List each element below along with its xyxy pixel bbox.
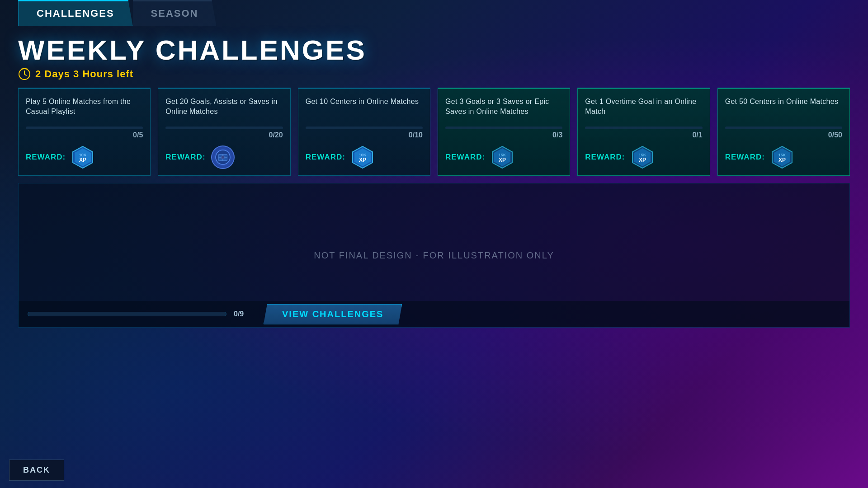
svg-text:XP: XP [359, 157, 366, 163]
progress-text-5: 0/1 [585, 131, 702, 139]
back-button[interactable]: BACK [9, 460, 64, 481]
challenge-desc-1: Play 5 Online Matches from the Casual Pl… [26, 97, 143, 127]
progress-text-2: 0/20 [165, 131, 283, 139]
reward-section-4: REWARD: 15K XP [445, 145, 562, 169]
nav-tabs: CHALLENGES SEASON [18, 0, 216, 26]
xp-hex-icon-6: 15K XP [770, 145, 794, 169]
progress-bar-bg-3 [306, 127, 423, 129]
svg-text:XP: XP [639, 157, 646, 163]
progress-text-1: 0/5 [26, 131, 143, 139]
progress-text-4: 0/3 [445, 131, 562, 139]
xp-hex-icon-3: 10K XP [351, 145, 374, 169]
svg-text:XP: XP [499, 157, 506, 163]
reward-section-1: REWARD: 10K XP [26, 145, 143, 169]
challenge-card-1: Play 5 Online Matches from the Casual Pl… [18, 88, 151, 176]
xp-badge-4: 15K XP [491, 145, 514, 169]
bottom-bar: 0/9 VIEW CHALLENGES [19, 301, 849, 327]
xp-badge-3: 10K XP [351, 145, 374, 169]
xp-badge-6: 15K XP [770, 145, 794, 169]
xp-hex-icon-4: 15K XP [491, 145, 514, 169]
xp-hex-icon-5: 15K XP [631, 145, 654, 169]
placeholder-text: NOT FINAL DESIGN - FOR ILLUSTRATION ONLY [314, 250, 554, 261]
crate-icon [211, 145, 235, 169]
challenge-card-5: Get 1 Overtime Goal in an Online Match 0… [577, 88, 710, 176]
progress-bar-bg-6 [725, 127, 842, 129]
progress-section-3: 0/10 [306, 127, 423, 139]
progress-section-4: 0/3 [445, 127, 562, 139]
challenge-desc-6: Get 50 Centers in Online Matches [725, 97, 842, 127]
challenge-desc-2: Get 20 Goals, Assists or Saves in Online… [165, 97, 283, 127]
progress-section-1: 0/5 [26, 127, 143, 139]
bottom-section: NOT FINAL DESIGN - FOR ILLUSTRATION ONLY… [18, 183, 850, 328]
progress-section-5: 0/1 [585, 127, 702, 139]
clock-icon [18, 68, 31, 80]
overall-progress-text: 0/9 [234, 310, 256, 318]
svg-text:XP: XP [778, 157, 786, 163]
progress-bar-bg-2 [165, 127, 283, 129]
progress-bar-bg-1 [26, 127, 143, 129]
xp-badge-1: 10K XP [71, 145, 94, 169]
reward-label-3: REWARD: [306, 153, 345, 162]
xp-hex-icon-1: 10K XP [71, 145, 94, 169]
view-challenges-button[interactable]: VIEW CHALLENGES [264, 304, 402, 324]
challenge-desc-4: Get 3 Goals or 3 Saves or Epic Saves in … [445, 97, 562, 127]
tab-season[interactable]: SEASON [133, 0, 217, 26]
reward-section-5: REWARD: 15K XP [585, 145, 702, 169]
challenge-card-3: Get 10 Centers in Online Matches 0/10 RE… [298, 88, 430, 176]
progress-text-6: 0/50 [725, 131, 842, 139]
main-content: WEEKLY CHALLENGES 2 Days 3 Hours left Pl… [18, 36, 850, 479]
timer-text: 2 Days 3 Hours left [35, 68, 133, 80]
timer-row: 2 Days 3 Hours left [18, 68, 850, 80]
progress-bar-bg-5 [585, 127, 702, 129]
reward-label-5: REWARD: [585, 153, 625, 162]
reward-section-2: REWARD: [165, 145, 283, 169]
tab-challenges[interactable]: CHALLENGES [18, 0, 133, 26]
svg-rect-9 [221, 156, 224, 159]
progress-section-6: 0/50 [725, 127, 842, 139]
reward-section-3: REWARD: 10K XP [306, 145, 423, 169]
challenge-card-2: Get 20 Goals, Assists or Saves in Online… [158, 88, 290, 176]
progress-section-2: 0/20 [165, 127, 283, 139]
reward-label-1: REWARD: [26, 153, 66, 162]
svg-text:XP: XP [79, 157, 86, 163]
crate-svg [215, 150, 231, 165]
progress-text-3: 0/10 [306, 131, 423, 139]
page-title: WEEKLY CHALLENGES [18, 36, 850, 64]
title-section: WEEKLY CHALLENGES 2 Days 3 Hours left [18, 36, 850, 80]
reward-section-6: REWARD: 15K XP [725, 145, 842, 169]
progress-bar-bg-4 [445, 127, 562, 129]
overall-progress-bar-bg [28, 312, 226, 316]
challenge-card-6: Get 50 Centers in Online Matches 0/50 RE… [717, 88, 850, 176]
challenge-desc-5: Get 1 Overtime Goal in an Online Match [585, 97, 702, 127]
reward-label-4: REWARD: [445, 153, 485, 162]
challenge-desc-3: Get 10 Centers in Online Matches [306, 97, 423, 127]
reward-label-2: REWARD: [165, 153, 205, 162]
challenge-card-4: Get 3 Goals or 3 Saves or Epic Saves in … [438, 88, 570, 176]
reward-label-6: REWARD: [725, 153, 765, 162]
challenge-cards: Play 5 Online Matches from the Casual Pl… [18, 88, 850, 176]
xp-badge-5: 15K XP [631, 145, 654, 169]
